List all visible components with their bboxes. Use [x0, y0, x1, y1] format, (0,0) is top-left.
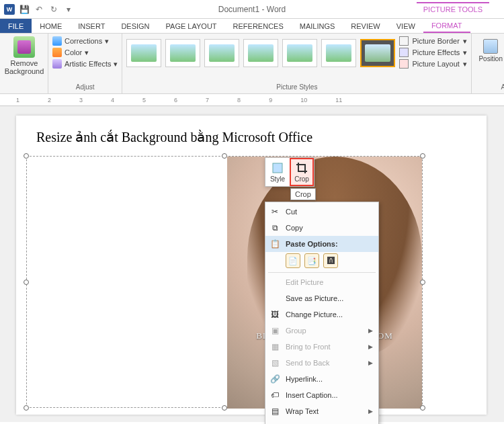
adjust-group-label: Adjust	[52, 82, 118, 91]
style-thumb-4[interactable]	[243, 39, 278, 67]
dropdown-caret-icon: ▾	[463, 48, 467, 57]
ctx-save-as-picture-label: Save as Picture...	[286, 294, 343, 302]
picture-border-icon	[399, 36, 409, 46]
mini-style-button[interactable]: Style	[265, 158, 290, 186]
resize-handle-left[interactable]	[24, 280, 29, 285]
style-thumb-6[interactable]	[321, 39, 356, 67]
remove-background-button[interactable]: Remove Background	[4, 36, 44, 75]
ruler-mark: 6	[174, 97, 177, 103]
style-thumb-1[interactable]	[126, 39, 161, 67]
color-icon	[52, 48, 62, 57]
ruler-mark: 4	[111, 97, 114, 103]
artistic-effects-label: Artistic Effects	[65, 60, 111, 68]
picture-styles-gallery[interactable]	[126, 36, 395, 70]
picture-tools-context-label: PICTURE TOOLS	[417, 2, 489, 17]
picture-styles-group-label: Picture Styles	[126, 82, 467, 91]
ribbon: Remove Background Corrections ▾ Color ▾ …	[0, 34, 504, 94]
tab-review[interactable]: REVIEW	[343, 19, 388, 33]
document-heading[interactable]: Resize ảnh cắt Background bằng Microsoft…	[36, 129, 466, 145]
corrections-button[interactable]: Corrections ▾	[52, 36, 118, 46]
customize-qat-icon[interactable]: ▾	[63, 4, 74, 15]
resize-handle-top[interactable]	[222, 153, 227, 159]
style-thumb-3[interactable]	[204, 39, 239, 67]
ctx-copy-label: Copy	[286, 224, 303, 232]
ctx-bring-front: ▦Bring to Front▶	[265, 339, 378, 355]
style-thumb-2[interactable]	[165, 39, 200, 67]
crop-icon	[296, 162, 308, 174]
corrections-label: Corrections	[65, 37, 102, 45]
paste-option-keep-source[interactable]: 📄	[286, 253, 300, 268]
artistic-effects-button[interactable]: Artistic Effects ▾	[52, 59, 118, 69]
ctx-save-as-picture[interactable]: Save as Picture...	[265, 290, 378, 306]
page[interactable]: Resize ảnh cắt Background bằng Microsoft…	[16, 116, 487, 415]
svg-rect-0	[273, 163, 282, 173]
ruler-mark: 7	[206, 97, 209, 103]
ruler-mark: 8	[237, 97, 241, 103]
ruler-mark: 1	[16, 97, 19, 103]
dropdown-caret-icon: ▾	[463, 37, 467, 46]
copy-icon: ⧉	[269, 222, 280, 233]
tab-view[interactable]: VIEW	[388, 19, 423, 33]
tab-file[interactable]: FILE	[0, 19, 32, 33]
paste-option-picture[interactable]: 🅰	[323, 253, 338, 268]
tab-mailings[interactable]: MAILINGS	[292, 19, 343, 33]
resize-handle-bottom-left[interactable]	[24, 405, 29, 411]
color-button[interactable]: Color ▾	[52, 48, 118, 57]
ctx-cut[interactable]: ✂Cut	[265, 204, 378, 220]
picture-effects-button[interactable]: Picture Effects ▾	[399, 48, 467, 57]
corrections-icon	[52, 36, 62, 46]
ruler-mark: 11	[335, 97, 342, 103]
tab-insert[interactable]: INSERT	[70, 19, 113, 33]
redo-icon[interactable]: ↻	[48, 4, 59, 15]
tab-page-layout[interactable]: PAGE LAYOUT	[158, 19, 225, 33]
paste-option-merge[interactable]: 📑	[304, 253, 319, 268]
resize-handle-top-right[interactable]	[420, 153, 425, 159]
ctx-change-picture[interactable]: 🖼Change Picture...	[265, 306, 378, 323]
position-icon	[483, 39, 498, 54]
artistic-effects-icon	[52, 59, 62, 69]
separator	[268, 272, 376, 273]
dropdown-caret-icon: ▾	[85, 48, 89, 57]
tab-home[interactable]: HOME	[32, 19, 70, 33]
picture-border-button[interactable]: Picture Border ▾	[399, 36, 467, 46]
style-thumb-7-selected[interactable]	[360, 39, 395, 67]
undo-icon[interactable]: ↶	[34, 4, 44, 15]
picture-effects-icon	[399, 48, 409, 57]
resize-handle-right[interactable]	[420, 280, 425, 285]
ctx-copy[interactable]: ⧉Copy	[265, 220, 378, 236]
resize-handle-top-left[interactable]	[24, 153, 29, 159]
submenu-arrow-icon: ▶	[368, 343, 373, 350]
title-bar: W 💾 ↶ ↻ ▾ Document1 - Word PICTURE TOOLS	[0, 0, 504, 19]
picture-layout-button[interactable]: Picture Layout ▾	[399, 59, 467, 69]
ctx-send-back-label: Send to Back	[286, 359, 329, 367]
tab-format[interactable]: FORMAT	[423, 19, 470, 33]
ctx-paste-options[interactable]: 📋Paste Options:	[265, 236, 378, 252]
ctx-insert-caption[interactable]: 🏷Insert Caption...	[265, 387, 378, 403]
position-label: Position	[478, 55, 503, 62]
tab-references[interactable]: REFERENCES	[225, 19, 292, 33]
send-back-icon: ▧	[269, 357, 280, 368]
picture-layout-icon	[399, 59, 409, 69]
resize-handle-bottom[interactable]	[222, 405, 227, 411]
dropdown-caret-icon: ▾	[463, 60, 467, 69]
mini-crop-button[interactable]: Crop	[290, 158, 314, 186]
resize-handle-bottom-right[interactable]	[420, 405, 425, 411]
document-area[interactable]: Resize ảnh cắt Background bằng Microsoft…	[0, 106, 504, 422]
save-icon[interactable]: 💾	[19, 4, 30, 15]
crop-tooltip: Crop	[290, 188, 316, 200]
tab-design[interactable]: DESIGN	[113, 19, 157, 33]
picture-effects-label: Picture Effects	[412, 48, 460, 56]
mini-crop-label: Crop	[294, 175, 309, 183]
ctx-size-position[interactable]: ⤡Size and Position...	[265, 419, 378, 424]
ruler-mark: 2	[48, 97, 51, 103]
ctx-paste-options-label: Paste Options:	[286, 240, 338, 248]
ctx-hyperlink[interactable]: 🔗Hyperlink...	[265, 371, 378, 387]
ctx-edit-picture: Edit Picture	[265, 274, 378, 290]
mini-toolbar: Style Crop	[265, 157, 314, 187]
ruler-mark: 5	[142, 97, 146, 103]
position-button[interactable]: Position	[478, 39, 503, 70]
horizontal-ruler[interactable]: 1 2 3 4 5 6 7 8 9 10 11	[0, 94, 504, 106]
style-thumb-5[interactable]	[282, 39, 317, 67]
ctx-wrap-text[interactable]: ▤Wrap Text▶	[265, 403, 378, 419]
remove-background-icon	[13, 36, 35, 58]
